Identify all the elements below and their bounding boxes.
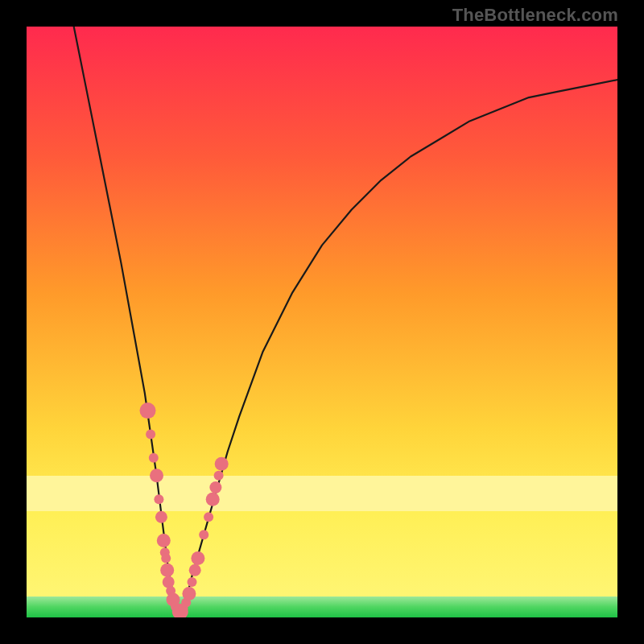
sample-point [199, 530, 208, 539]
sample-point [191, 551, 204, 565]
curve-layer [27, 27, 617, 617]
sample-point [150, 469, 163, 482]
sample-point [161, 554, 171, 564]
sample-point [160, 564, 174, 577]
sample-point [206, 493, 220, 506]
watermark-text: TheBottleneck.com [452, 5, 618, 26]
sample-point [209, 481, 221, 493]
sample-point [155, 511, 167, 523]
sample-point [204, 512, 213, 522]
sample-point [149, 453, 159, 463]
bottleneck-curve [74, 27, 617, 612]
sample-point [182, 587, 196, 601]
sample-point [188, 577, 197, 587]
sample-point [163, 576, 175, 588]
sample-point [189, 564, 201, 576]
sample-point [140, 402, 156, 419]
sample-point [214, 471, 224, 481]
plot-area [27, 27, 617, 617]
sample-point [154, 494, 163, 504]
sample-point [146, 430, 155, 440]
chart-frame: TheBottleneck.com [0, 0, 644, 644]
sample-point [215, 457, 229, 471]
sample-point [157, 534, 171, 547]
